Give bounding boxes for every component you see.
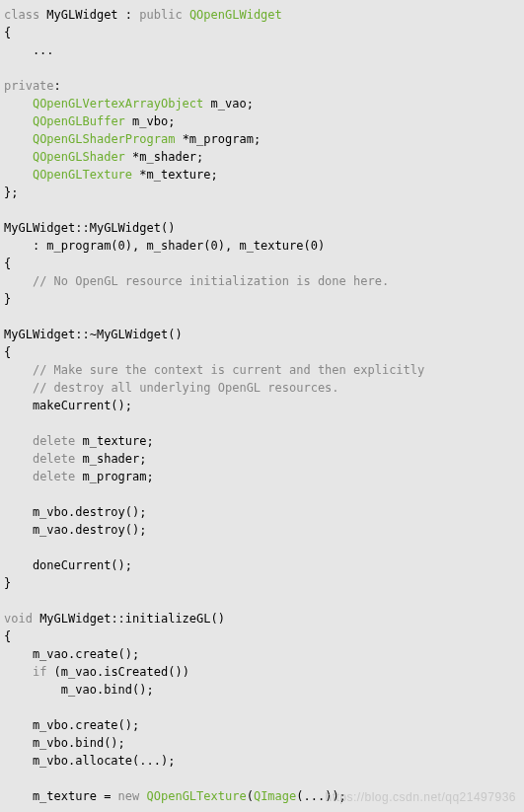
code-block: class MyGLWidget : public QOpenGLWidget … (0, 0, 524, 812)
watermark-text: https://blog.csdn.net/qq21497936 (326, 788, 516, 806)
